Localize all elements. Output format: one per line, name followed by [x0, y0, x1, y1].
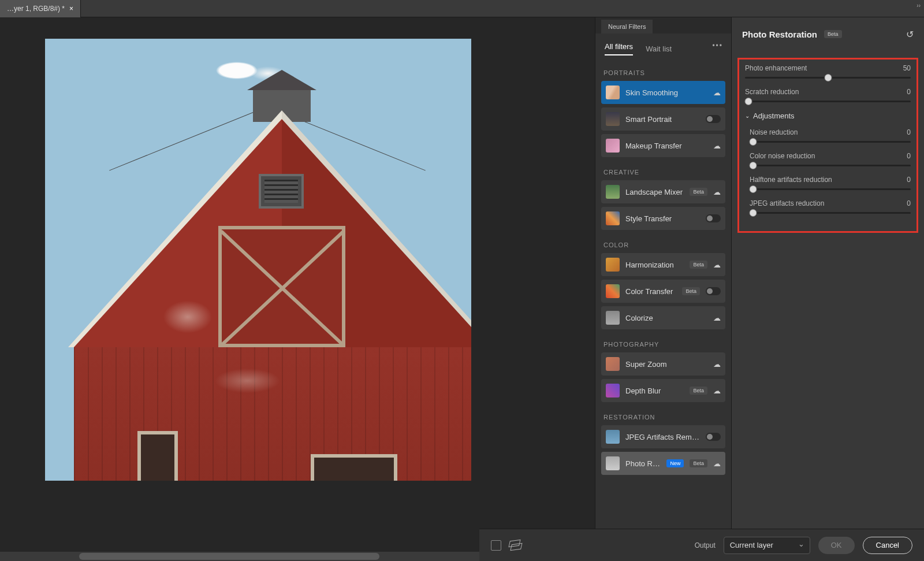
filter-thumb-icon: [606, 112, 620, 126]
scratch-reduction-slider[interactable]: [745, 101, 911, 102]
beta-badge: Beta: [824, 30, 842, 38]
slider-label: Halftone artifacts reduction: [750, 176, 832, 184]
chevron-down-icon: ⌄: [745, 113, 750, 119]
section-restoration: RESTORATION: [601, 406, 725, 425]
filter-landscape-mixer[interactable]: Landscape Mixer Beta ☁: [601, 180, 725, 203]
beta-badge: Beta: [690, 459, 707, 467]
slider-thumb[interactable]: [744, 98, 752, 105]
section-color: COLOR: [601, 233, 725, 253]
panel-tab-strip: Neural Filters: [595, 17, 731, 34]
layers-icon[interactable]: [509, 540, 521, 551]
slider-label: Color noise reduction: [750, 152, 815, 160]
filter-style-transfer[interactable]: Style Transfer: [601, 207, 725, 230]
section-portraits: PORTRAITS: [601, 61, 725, 81]
cancel-button[interactable]: Cancel: [863, 537, 912, 554]
settings-highlight: Photo enhancement 50 Scratch reduction 0: [737, 58, 918, 233]
subnav-all-filters[interactable]: All filters: [605, 42, 633, 55]
filter-makeup-transfer[interactable]: Makeup Transfer ☁: [601, 134, 725, 157]
more-options-icon[interactable]: •••: [712, 42, 723, 50]
cloud-download-icon[interactable]: ☁: [713, 387, 721, 395]
reset-icon[interactable]: ↺: [906, 29, 914, 40]
dialog-footer: Output Current layer OK Cancel: [479, 529, 924, 561]
slider-value: 0: [907, 88, 911, 96]
filter-color-transfer[interactable]: Color Transfer Beta: [601, 280, 725, 303]
slider-label: Photo enhancement: [745, 64, 807, 72]
filter-toggle[interactable]: [706, 115, 721, 123]
new-badge: New: [666, 459, 684, 467]
beta-badge: Beta: [690, 387, 707, 395]
filter-label: Photo Res…: [625, 459, 661, 468]
cloud-download-icon[interactable]: ☁: [713, 459, 721, 468]
filter-harmonization[interactable]: Harmonization Beta ☁: [601, 253, 725, 276]
adjustments-collapser[interactable]: ⌄ Adjustments: [745, 112, 911, 120]
cloud-download-icon[interactable]: ☁: [713, 360, 721, 369]
slider-value: 0: [907, 199, 911, 207]
filter-toggle[interactable]: [706, 214, 721, 222]
filter-thumb-icon: [606, 211, 620, 225]
filter-label: Colorize: [625, 314, 707, 322]
filter-thumb-icon: [606, 311, 620, 325]
slider-thumb[interactable]: [749, 138, 757, 146]
filter-smart-portrait[interactable]: Smart Portrait: [601, 107, 725, 131]
noise-reduction-slider[interactable]: [750, 141, 911, 143]
filter-label: Super Zoom: [625, 360, 707, 369]
color-noise-reduction-slider[interactable]: [750, 165, 911, 166]
expand-panels-icon[interactable]: ››: [916, 2, 921, 9]
filter-super-zoom[interactable]: Super Zoom ☁: [601, 352, 725, 376]
filter-thumb-icon: [606, 430, 620, 444]
adjustments-label: Adjustments: [753, 112, 795, 120]
neural-filters-tab[interactable]: Neural Filters: [601, 20, 653, 34]
slider-value: 50: [903, 64, 911, 72]
canvas-area[interactable]: ›: [0, 17, 595, 561]
document-tab[interactable]: …yer 1, RGB/8#) * ×: [0, 0, 81, 17]
output-select[interactable]: Current layer: [724, 537, 810, 554]
close-tab-icon[interactable]: ×: [69, 5, 73, 13]
settings-title: Photo Restoration: [742, 29, 817, 39]
ok-button[interactable]: OK: [818, 537, 855, 554]
filter-thumb-icon: [606, 384, 620, 397]
filter-label: Skin Smoothing: [625, 88, 707, 97]
halftone-reduction-slider[interactable]: [750, 188, 911, 190]
filter-colorize[interactable]: Colorize ☁: [601, 306, 725, 329]
slider-thumb[interactable]: [749, 162, 757, 169]
slider-value: 0: [907, 152, 911, 160]
slider-thumb[interactable]: [824, 74, 832, 81]
cloud-download-icon[interactable]: ☁: [713, 261, 721, 269]
scrollbar-thumb[interactable]: [79, 553, 379, 560]
cloud-download-icon[interactable]: ☁: [713, 314, 721, 322]
filter-depth-blur[interactable]: Depth Blur Beta ☁: [601, 379, 725, 402]
document-tab-title: …yer 1, RGB/8#) *: [7, 5, 65, 13]
photo-enhancement-slider[interactable]: [745, 77, 911, 79]
slider-thumb[interactable]: [749, 185, 757, 193]
output-label: Output: [695, 541, 716, 549]
cloud-download-icon[interactable]: ☁: [713, 188, 721, 196]
filter-thumb-icon: [606, 456, 620, 470]
section-photography: PHOTOGRAPHY: [601, 333, 725, 352]
filter-jpeg-artifacts-removal[interactable]: JPEG Artifacts Removal: [601, 425, 725, 448]
beta-badge: Beta: [682, 287, 700, 295]
filter-thumb-icon: [606, 357, 620, 371]
subnav-wait-list[interactable]: Wait list: [646, 44, 672, 53]
slider-value: 0: [907, 128, 911, 136]
filter-thumb-icon: [606, 139, 620, 153]
beta-badge: Beta: [690, 188, 707, 196]
filter-label: Makeup Transfer: [625, 142, 707, 150]
filter-thumb-icon: [606, 284, 620, 298]
filter-toggle[interactable]: [706, 287, 721, 295]
slider-label: Noise reduction: [750, 128, 798, 136]
slider-label: JPEG artifacts reduction: [750, 199, 824, 207]
beta-badge: Beta: [690, 261, 707, 269]
filter-label: Harmonization: [625, 261, 684, 269]
document-canvas: [45, 39, 471, 481]
filter-skin-smoothing[interactable]: Skin Smoothing ☁: [601, 81, 725, 104]
slider-label: Scratch reduction: [745, 88, 799, 96]
slider-thumb[interactable]: [749, 209, 757, 217]
section-creative: CREATIVE: [601, 161, 725, 180]
jpeg-reduction-slider[interactable]: [750, 212, 911, 214]
preview-toggle-icon[interactable]: [491, 540, 501, 551]
filter-photo-restoration[interactable]: Photo Res… New Beta ☁: [601, 452, 725, 475]
cloud-download-icon[interactable]: ☁: [713, 142, 721, 150]
filter-toggle[interactable]: [706, 433, 721, 441]
cloud-download-icon[interactable]: ☁: [713, 88, 721, 97]
filter-label: Color Transfer: [625, 287, 676, 296]
